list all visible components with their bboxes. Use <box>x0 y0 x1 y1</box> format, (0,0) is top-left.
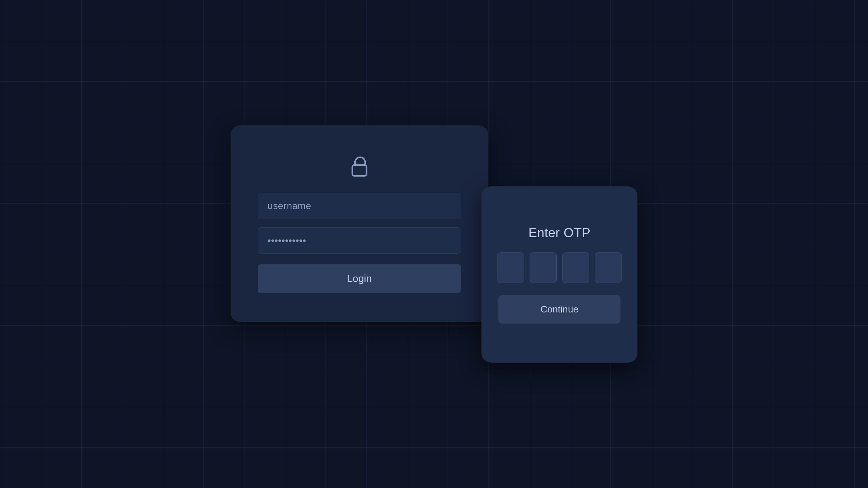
otp-input-4[interactable] <box>595 252 622 283</box>
otp-inputs-container <box>497 252 622 283</box>
username-input[interactable] <box>258 193 461 219</box>
otp-input-2[interactable] <box>530 252 557 283</box>
svg-rect-0 <box>352 165 367 176</box>
lock-icon <box>348 154 371 179</box>
scene-container: Login Enter OTP Continue <box>231 125 637 363</box>
password-input[interactable] <box>258 227 461 254</box>
otp-input-1[interactable] <box>497 252 524 283</box>
otp-title: Enter OTP <box>529 226 591 240</box>
login-card: Login <box>231 125 488 322</box>
otp-input-3[interactable] <box>562 252 589 283</box>
login-button[interactable]: Login <box>258 264 461 293</box>
otp-card: Enter OTP Continue <box>481 186 637 363</box>
continue-button[interactable]: Continue <box>498 295 620 324</box>
